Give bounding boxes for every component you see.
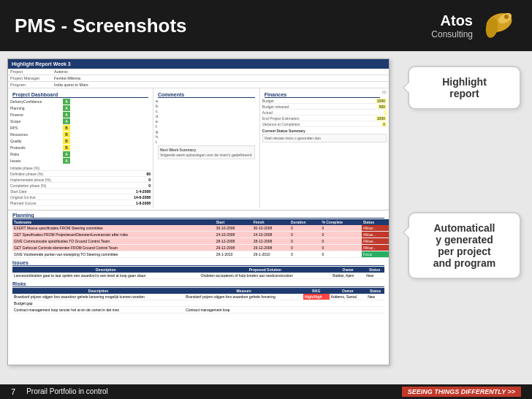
auto-line3: per project <box>438 246 490 257</box>
comment-item: i. <box>156 140 257 144</box>
finance-label: Budget released <box>262 104 289 109</box>
comment-item: e. <box>156 119 257 123</box>
dash-label: Risks <box>10 152 63 156</box>
risks-header-cell: RAG <box>303 288 330 294</box>
doc-program-row: Program India quest to Mars <box>8 82 389 88</box>
risk-owner: Addems, Santal <box>330 294 367 300</box>
finance-val: 1000 <box>376 116 387 121</box>
planning-header-cell: Duration <box>289 219 320 225</box>
risk-owner <box>330 300 367 307</box>
task-name: GET Specificaties FROM Projectteam/Diens… <box>12 232 215 238</box>
highlight-callout: Highlight report <box>408 66 521 110</box>
finance-val: 1000 <box>376 99 387 103</box>
doc-manager-row: Project Manager Femke Milema <box>8 75 389 82</box>
risks-header-cell: Status <box>366 288 384 294</box>
comments-section: Comments a.b.c.d.e.f.g.h.i. Next Week Su… <box>153 88 259 208</box>
risk-desc: Brandstof prijzen stijgen fors waardoor … <box>12 294 184 300</box>
dashboard-title: Project Dashboard <box>12 92 148 98</box>
risk-status: New <box>366 294 384 300</box>
task-status: Afklaar... <box>362 245 389 251</box>
next-week-summary: Next Week Summary Volgende week oplossin… <box>158 145 255 159</box>
issues-header-cell: Owner <box>331 267 365 273</box>
risk-owner <box>330 307 367 314</box>
dash-label: Finance <box>10 113 63 117</box>
metric-val: 0 <box>148 178 151 182</box>
dashboard-section: Project Dashboard DeliveryConfidence A P… <box>8 88 153 208</box>
task-finish: 30-10-2008 <box>252 225 289 232</box>
task-dur: 0 <box>289 232 320 238</box>
highlight-line1: Highlight <box>442 76 487 88</box>
planning-header-row: TasknameStartFinishDuration% CompleteSta… <box>12 219 389 225</box>
dashboard-rows: DeliveryConfidence A Planning A Finance … <box>10 99 151 164</box>
risks-row: Contract management loop rancier het at … <box>12 307 384 314</box>
issues-title: Issues <box>12 260 384 266</box>
risks-section: Risks DescriptionMeasureRAGOwnerStatus B… <box>8 281 389 314</box>
dashboard-item: Planning A <box>10 105 151 111</box>
risks-header-cell: Owner <box>330 288 367 294</box>
metrics-rows: Initiatie phase (%) Definition phase (%)… <box>10 166 151 206</box>
risks-row: Budget gap <box>12 300 384 307</box>
task-start: 30-10-2008 <box>215 225 252 232</box>
metric-val: 1-4-2008 <box>136 189 151 194</box>
finance-val: 500 <box>378 104 387 109</box>
finance-val <box>384 110 387 115</box>
risk-status <box>366 307 384 314</box>
planning-title: Planning <box>12 213 384 218</box>
footer-tagline: SEEING THINGS DIFFERENTLY >> <box>402 387 521 397</box>
metric-label: Planned GoLive <box>10 201 37 205</box>
highlight-line2: report <box>449 88 479 99</box>
planning-header-cell: % Complete <box>320 219 361 225</box>
finance-rows: Budget1000Budget released500ActualEnd Pr… <box>262 99 387 127</box>
metric-label: Original Go-live <box>10 195 35 200</box>
task-finish: 28-12-2008 <box>252 238 289 245</box>
comment-item: b. <box>156 104 257 108</box>
auto-line2: y generated <box>436 234 493 246</box>
task-name: GIVE Voorbereide punten van toewijzing T… <box>12 251 215 258</box>
task-pct: 0 <box>320 245 361 251</box>
planning-row: GET Specificaties FROM Projectteam/Diens… <box>12 232 389 238</box>
planning-body: EXERT Massa specificaties FROM Steering … <box>12 225 389 258</box>
dashboard-item: Scope A <box>10 118 151 124</box>
finance-label: Variance at Completion <box>262 122 300 126</box>
header-title: PMS - Screenshots <box>15 15 187 37</box>
dashboard-item: Resources B <box>10 132 151 137</box>
dash-badge: B <box>63 125 70 131</box>
issue-owner: Bakker, Ajem <box>331 273 365 279</box>
logo-consulting: Consulting <box>431 29 473 39</box>
metric-row: Definition phase (%)60 <box>10 172 151 177</box>
issue-status: New <box>365 273 384 279</box>
metric-row: Initiatie phase (%) <box>10 166 151 171</box>
comment-item: a. <box>156 99 257 103</box>
task-name: GET Gefocust Controle elementen FROM Gru… <box>12 245 215 251</box>
issues-header-row: DescriptionProposed SolutionOwnerStatus <box>12 267 384 273</box>
risk-measure: Brandstof prijzen stijgen fors waardoor … <box>184 294 303 300</box>
risks-body: Brandstof prijzen stijgen fors waardoor … <box>12 294 384 314</box>
next-week-label: Next Week Summary <box>160 148 253 152</box>
dashboard-item: Quality B <box>10 138 151 144</box>
finance-val: 0 <box>381 122 387 126</box>
main-content: Highlight Report Week 3 Project Autoroc … <box>0 51 532 384</box>
issues-header-cell: Proposed Solution <box>200 267 332 273</box>
dash-badge: A <box>63 118 70 124</box>
project-value: Autoroc <box>54 69 68 74</box>
risks-row: Brandstof prijzen stijgen fors waardoor … <box>12 294 384 300</box>
task-name: EXERT Massa specificaties FROM Steering … <box>12 225 215 232</box>
metric-val: 60 <box>146 172 151 176</box>
program-label: Program <box>10 83 54 87</box>
task-start: 29-1-2010 <box>215 251 252 258</box>
task-dur: 0 <box>289 251 320 258</box>
document-panel: Highlight Report Week 3 Project Autoroc … <box>0 51 397 384</box>
metric-row: Completion phase (%)0 <box>10 183 151 189</box>
risk-measure: Contract management loop <box>184 307 303 314</box>
metric-label: Implementatie phase (%) <box>10 178 51 182</box>
dash-label: Issues <box>10 159 63 163</box>
manager-value: Femke Milema <box>54 76 80 80</box>
risk-rag: High/High <box>303 294 330 300</box>
comment-item: f. <box>156 124 257 129</box>
risk-desc: Contract management loop rancier het at … <box>12 307 184 314</box>
finance-row: Budget released500 <box>262 104 387 110</box>
highlight-report-doc: Highlight Report Week 3 Project Autoroc … <box>7 58 390 365</box>
task-start: 24-10-2008 <box>215 232 252 238</box>
task-finish: 29-1-2010 <box>252 251 289 258</box>
issues-row: Lanceoordination gaat te laat spelen een… <box>12 273 384 279</box>
